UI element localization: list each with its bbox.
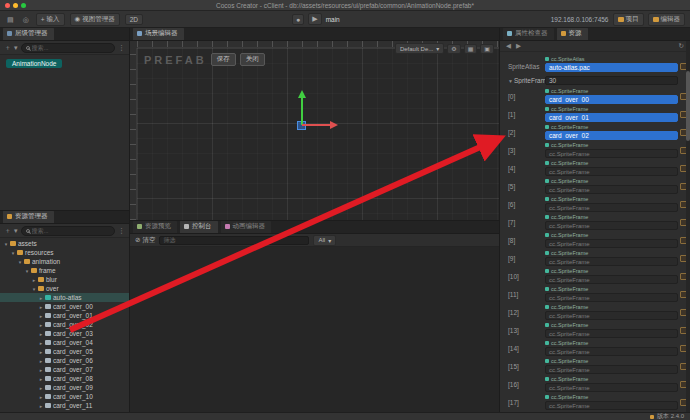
- grid-icon[interactable]: ▦: [464, 44, 478, 54]
- spriteframe-field[interactable]: cc.SpriteFrame: [545, 401, 678, 410]
- inspector-scrollbar-track[interactable]: [686, 41, 690, 412]
- expand-arrow-icon[interactable]: ▸: [38, 358, 44, 364]
- console-filter-input[interactable]: [159, 236, 309, 245]
- device-dropdown[interactable]: Default De... ▾: [395, 43, 444, 54]
- tab-animation-editor[interactable]: 动画编辑器: [221, 220, 272, 233]
- asset-item-card_over_03[interactable]: ▸card_over_03: [0, 329, 129, 338]
- expand-arrow-icon[interactable]: ▸: [38, 295, 44, 301]
- spriteframe-field[interactable]: card_over_01: [545, 113, 678, 122]
- spriteframe-field[interactable]: cc.SpriteFrame: [545, 185, 678, 194]
- fullscreen-icon[interactable]: ▣: [480, 44, 494, 54]
- maximize-window-icon[interactable]: [21, 3, 26, 8]
- spriteframe-field[interactable]: cc.SpriteFrame: [545, 311, 678, 320]
- hierarchy-search[interactable]: [21, 43, 115, 53]
- asset-item-card_over_06[interactable]: ▸card_over_06: [0, 356, 129, 365]
- collapse-arrow-icon[interactable]: ▾: [17, 259, 23, 265]
- device-preview-icon[interactable]: ●: [292, 14, 304, 25]
- spriteframe-field[interactable]: cc.SpriteFrame: [545, 239, 678, 248]
- asset-item-card_over_08[interactable]: ▸card_over_08: [0, 374, 129, 383]
- asset-item-blur[interactable]: ▸blur: [0, 275, 129, 284]
- collapse-arrow-icon[interactable]: ▾: [31, 286, 37, 292]
- expand-arrow-icon[interactable]: ▸: [38, 367, 44, 373]
- expand-arrow-icon[interactable]: ▸: [38, 313, 44, 319]
- open-project-button[interactable]: 项目: [613, 13, 644, 26]
- spriteframe-field[interactable]: cc.SpriteFrame: [545, 167, 678, 176]
- create-node-icon[interactable]: ＋: [4, 44, 11, 51]
- chevron-down-icon[interactable]: ▾: [14, 44, 18, 51]
- foldout-arrow-icon[interactable]: ▼: [508, 78, 513, 84]
- assets-search[interactable]: [21, 226, 115, 236]
- spriteframe-field[interactable]: cc.SpriteFrame: [545, 347, 678, 356]
- inspector-scrollbar-thumb[interactable]: [686, 71, 690, 141]
- asset-item-resources[interactable]: ▾resources: [0, 248, 129, 257]
- asset-item-frame[interactable]: ▾frame: [0, 266, 129, 275]
- tab-properties[interactable]: 属性检查器: [503, 28, 554, 40]
- view-manager-button[interactable]: ◉ 视图管理器: [70, 13, 120, 26]
- input-tool-button[interactable]: + 输入: [36, 13, 65, 26]
- tab-asset[interactable]: 资源: [557, 28, 588, 40]
- open-editor-button[interactable]: 编辑器: [648, 13, 686, 26]
- expand-arrow-icon[interactable]: ▸: [38, 376, 44, 382]
- expand-arrow-icon[interactable]: ▸: [38, 349, 44, 355]
- asset-item-card_over_11[interactable]: ▸card_over_11: [0, 401, 129, 410]
- close-window-icon[interactable]: [5, 3, 10, 8]
- mode-2d-toggle[interactable]: 2D: [125, 14, 143, 25]
- spriteframe-field[interactable]: cc.SpriteFrame: [545, 221, 678, 230]
- tab-assets[interactable]: 资源管理器: [3, 210, 54, 223]
- expand-arrow-icon[interactable]: ▸: [31, 277, 37, 283]
- collapse-arrow-icon[interactable]: ▾: [10, 250, 16, 256]
- play-icon[interactable]: ▶: [308, 13, 321, 25]
- spriteframe-field[interactable]: cc.SpriteFrame: [545, 149, 678, 158]
- expand-arrow-icon[interactable]: ▸: [38, 340, 44, 346]
- collapse-arrow-icon[interactable]: ▾: [3, 241, 9, 247]
- collapse-arrow-icon[interactable]: ▾: [24, 268, 30, 274]
- tab-asset-preview[interactable]: 资源预览: [133, 220, 177, 233]
- spriteframe-field[interactable]: cc.SpriteFrame: [545, 383, 678, 392]
- hierarchy-node-animationnode[interactable]: AnimationNode: [0, 57, 129, 69]
- spriteframe-field[interactable]: cc.SpriteFrame: [545, 329, 678, 338]
- asset-item-card_over_01[interactable]: ▸card_over_01: [0, 311, 129, 320]
- hierarchy-search-input[interactable]: [32, 45, 110, 51]
- asset-item-auto-atlas[interactable]: ▸auto-atlas: [0, 293, 129, 302]
- create-asset-icon[interactable]: ＋: [4, 227, 11, 234]
- prefab-save-button[interactable]: 保存: [211, 53, 236, 66]
- expand-arrow-icon[interactable]: ▸: [38, 394, 44, 400]
- forward-icon[interactable]: ▶: [516, 42, 521, 50]
- spriteframes-count-field[interactable]: 30: [545, 76, 678, 85]
- asset-item-assets[interactable]: ▾assets: [0, 239, 129, 248]
- asset-item-card_over_02[interactable]: ▸card_over_02: [0, 320, 129, 329]
- expand-arrow-icon[interactable]: ▸: [38, 385, 44, 391]
- spriteframe-field[interactable]: cc.SpriteFrame: [545, 275, 678, 284]
- spriteframe-field[interactable]: card_over_02: [545, 131, 678, 140]
- tab-hierarchy[interactable]: 层级管理器: [3, 28, 54, 40]
- back-icon[interactable]: ◀: [506, 42, 511, 50]
- console-log-area[interactable]: [130, 247, 499, 412]
- refresh-icon[interactable]: ↻: [679, 42, 684, 50]
- chevron-down-icon[interactable]: ▾: [14, 227, 18, 234]
- expand-arrow-icon[interactable]: ▸: [38, 322, 44, 328]
- gear-icon[interactable]: ⚙: [447, 44, 460, 54]
- spriteframe-field[interactable]: cc.SpriteFrame: [545, 365, 678, 374]
- log-level-dropdown[interactable]: All ▾: [313, 235, 336, 246]
- asset-item-card_over_04[interactable]: ▸card_over_04: [0, 338, 129, 347]
- atlas-asset-field[interactable]: auto-atlas.pac: [545, 63, 678, 72]
- tab-console[interactable]: 控制台: [180, 220, 218, 233]
- layout-icon[interactable]: ▤: [5, 15, 16, 24]
- asset-item-over[interactable]: ▾over: [0, 284, 129, 293]
- prefab-close-button[interactable]: 关闭: [240, 53, 265, 66]
- gizmo-y-axis[interactable]: [301, 97, 303, 125]
- spriteframe-field[interactable]: card_over_00: [545, 95, 678, 104]
- asset-item-card_over_09[interactable]: ▸card_over_09: [0, 383, 129, 392]
- gizmo-x-axis[interactable]: [302, 124, 330, 126]
- expand-arrow-icon[interactable]: ▸: [38, 331, 44, 337]
- spriteframe-field[interactable]: cc.SpriteFrame: [545, 257, 678, 266]
- expand-arrow-icon[interactable]: ▸: [38, 304, 44, 310]
- target-icon[interactable]: ◎: [21, 15, 31, 24]
- console-clear-button[interactable]: ⊘ 清空: [135, 236, 155, 245]
- tab-scene-editor[interactable]: 场景编辑器: [133, 28, 184, 40]
- asset-item-card_over_07[interactable]: ▸card_over_07: [0, 365, 129, 374]
- spriteframe-field[interactable]: cc.SpriteFrame: [545, 293, 678, 302]
- asset-item-card_over_05[interactable]: ▸card_over_05: [0, 347, 129, 356]
- spriteframe-field[interactable]: cc.SpriteFrame: [545, 203, 678, 212]
- more-options-icon[interactable]: ⋮: [118, 227, 125, 234]
